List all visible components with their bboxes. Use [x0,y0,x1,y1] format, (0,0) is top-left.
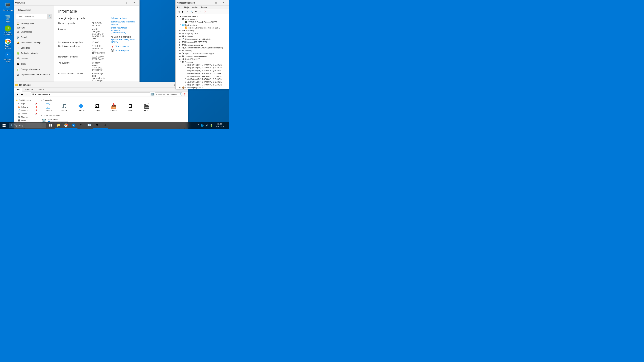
rename-advanced-link[interactable]: Zmień nazwę tego komputera (zaawansowane… [111,27,135,34]
desktop-icon-edge[interactable]: e Microsoft Edge [2,51,14,63]
close-button[interactable]: ✕ [130,0,138,5]
folder-item-pobrane[interactable]: 📥 Pobrane [106,102,121,112]
tray-battery-icon[interactable]: 🔋 [209,124,213,127]
sidebar-item-pobrane[interactable]: 📥 Pobrane 📌 [14,105,39,109]
taskbar-task-view[interactable] [47,122,54,129]
folder-item-dokumenty[interactable]: 📄 Dokumenty [40,102,56,112]
help-button[interactable]: ❓ [183,92,187,96]
search-bar[interactable]: 🔍 [155,92,182,96]
tree-item-mysz[interactable]: ▶ 🖱 Mysz i inne urządzenia wskazujące [179,52,228,55]
advanced-settings-link[interactable]: Zaawansowane ustawienia systemu [111,21,135,25]
devmgr-menu-widok[interactable]: Widok [190,5,200,9]
sidebar-item-pulpit[interactable]: 🖥 Pulpit 📌 [14,102,39,105]
up-button[interactable]: ↑ [25,92,29,96]
ribbon-tab-widok[interactable]: Widok [36,88,46,91]
tree-item-cpu2[interactable]: □Intel(R) Core(TM) i7-6700 CPU @ 3.40GHz [182,66,228,69]
tray-network-icon[interactable]: 🌐 [200,124,204,127]
sidebar-item-powiadomienia[interactable]: 🔔 Powiadomienia i akcje [14,40,54,45]
tree-item-porty[interactable]: ▶ 🔌 Porty (COM i LPT) [179,58,228,60]
ribbon-tab-plik[interactable]: Plik [14,88,22,92]
sidebar-item-pamiec[interactable]: 💾 Pamięć [14,56,54,61]
tree-item-nvidia[interactable]: 📟 NVIDIA GeForce RTX 2060 SUPER [182,21,228,23]
sidebar-item-wyswietlacz[interactable]: 🖥 Wyświetlacz [14,29,54,34]
devmgr-btn5[interactable]: ↩ [198,10,202,13]
sidebar-item-wyswietlanie[interactable]: 🖥 Wyświetlanie na tym komputerze [14,72,54,77]
taskbar-app-devmgr[interactable]: 🖥 [101,122,108,129]
tree-item-cpu4[interactable]: □Intel(R) Core(TM) i7-6700 CPU @ 3.40GHz [182,72,228,75]
devmgr-minimize-button[interactable]: ─ [204,0,212,5]
minimize-button[interactable]: ─ [115,0,122,5]
tree-item-klawiatury[interactable]: ▶ ⌨ Klawiatury [179,29,228,32]
desktop-icon-ten-komputer[interactable]: 🖥️ Ten komputer [2,2,14,12]
tree-item-kontrolery-mag[interactable]: ▶ 💾 Kontrolery magazynu [179,43,228,46]
sidebar-item-obrazy[interactable]: 🖼 Obrazy 📌 [14,112,39,115]
explorer-minimize-button[interactable]: ─ [164,82,171,88]
search-input[interactable] [16,15,47,17]
taskbar-app-edge[interactable]: e [70,122,78,129]
devmgr-maximize-button[interactable]: □ [212,0,220,5]
get-help-link[interactable]: Uzyskaj pomoc [116,45,129,47]
search-button[interactable]: 🔍 [47,14,52,19]
tree-item-cpu3[interactable]: □Intel(R) Core(TM) i7-6700 CPU @ 3.40GHz [182,69,228,72]
maximize-button[interactable]: □ [122,0,130,5]
folders-section-header[interactable]: ▼ Foldery (7) [40,99,187,101]
sidebar-item-strona-glowna[interactable]: 🏠 Strona główna [14,21,54,26]
folder-item-wideo[interactable]: 🎬 Wideo [139,102,154,112]
tree-item-kolejki[interactable]: ▶ 🖨 Kolejki wydruku [179,32,228,35]
tree-item-karty-graficzne[interactable]: ▼ 🖥 Karty graficzne [179,18,228,21]
tree-item-kontrolery-dzwiek[interactable]: ▶ 🎵 Kontrolery dźwięku, wideo i gier [179,38,228,40]
tree-item-monitory[interactable]: ▶ 🖥 Monitory [179,49,228,52]
tree-item-komputer[interactable]: ▶ 🖥 Komputer [179,35,228,38]
sidebar-item-tablet[interactable]: 📱 Tablet [14,61,54,67]
sidebar-item-muzyka[interactable]: 🎵 Muzyka [14,115,39,119]
devmgr-menu-plik[interactable]: Plik [176,5,182,9]
taskbar-search[interactable]: 🔍 Wyszukaj [9,123,46,128]
devmgr-btn4[interactable]: ⚙ [194,10,198,13]
tree-item-ethernet[interactable]: 📶 Intel(R) Ethernet Connection (2) I219-… [182,26,228,29]
folder-item-muzyka[interactable]: 🎵 Muzyka [57,102,72,112]
taskbar-app-settings[interactable]: ⚙ [93,122,100,129]
sidebar-item-multitasking[interactable]: 📊 Obsługa wielu zadań [14,67,54,72]
tray-chevron[interactable]: ^ [197,124,200,127]
sidebar-item-wideo[interactable]: 🎬 Wideo [14,119,39,122]
show-desktop-button[interactable] [226,125,228,126]
sidebar-item-dokumenty[interactable]: 📄 Dokumenty 📌 [14,109,39,112]
feedback-link[interactable]: Przekaż opinię [116,49,129,52]
devmgr-btn3[interactable]: 🔍 [190,10,194,13]
tree-item-cpu5[interactable]: □Intel(R) Core(TM) i7-6700 CPU @ 3.40GHz [182,75,228,78]
desktop-icon-geforce[interactable]: N GeForce Experience [2,25,14,36]
devmgr-menu-pomoc[interactable]: Pomoc [200,5,209,9]
taskbar-app-mail[interactable]: 📧 [86,122,93,129]
devmgr-back-button[interactable]: ◀ [176,10,180,13]
tree-item-cpu8[interactable]: □Intel(R) Core(TM) i7-6700 CPU @ 3.40GHz [182,83,228,86]
devmgr-computer-icon-btn[interactable]: 🖥 [185,10,189,13]
lang-support-link[interactable]: Sprawdzanie obsługi wielu języków [111,38,135,43]
back-button[interactable]: ◀ [15,92,19,96]
forward-button[interactable]: ▶ [20,92,24,96]
sidebar-item-zasilanie[interactable]: 🔋 Zasilanie i uśpienie [14,51,54,56]
sidebar-item-skupienie[interactable]: ⚡ Skupienie [14,45,54,51]
address-bar[interactable]: 🖥 ▶ Ten komputer ▶ [31,92,150,96]
sidebar-item-dzwiek[interactable]: 🔊 Dźwięk [14,34,54,40]
drives-section-header[interactable]: ▼ Urządzenia i dyski (2) [40,114,187,116]
tree-item-cpu7[interactable]: □Intel(R) Core(TM) i7-6700 CPU @ 3.40GHz [182,80,228,83]
desktop-icon-chrome[interactable]: Google Chrome [2,37,14,50]
tray-volume-icon[interactable]: 🔊 [204,124,209,127]
tree-item-oprogramowanie[interactable]: ▶ ⚙ Oprogramowanie układowe [179,55,228,58]
tree-item-procesory[interactable]: ▼ ⚙ Procesory [179,60,228,63]
tree-item-kontrolery-usb[interactable]: ▶ 🔌 Kontrolery uniwersalnej magistrali s… [179,46,228,49]
taskbar-clock[interactable]: 19:38 01.04.2024 [214,122,225,128]
tree-root[interactable]: ▼ 🖥 DESKTOP-9HT9DIU [176,15,228,18]
start-button[interactable] [0,122,8,129]
sidebar-item-szybki-dostep[interactable]: ⭐ Szybki dostęp [14,98,39,102]
ribbon-tab-komputer[interactable]: Komputer [22,88,36,91]
folder-item-pulpit[interactable]: 🖥 Pulpit [122,102,138,112]
devmgr-menu-akcja[interactable]: Akcja [182,5,190,9]
devmgr-btn6[interactable]: ❓ [203,10,207,13]
tree-item-cpu1[interactable]: □Intel(R) Core(TM) i7-6700 CPU @ 3.40GHz [182,63,228,66]
refresh-button[interactable]: 🔄 [150,92,154,96]
devmgr-close-button[interactable]: ✕ [220,0,228,5]
taskbar-app-chrome[interactable] [62,122,70,129]
folder-item-obiekty3d[interactable]: 🔷 Obiekty 3D [73,102,88,112]
protection-link[interactable]: Ochrona systemu [111,17,135,19]
